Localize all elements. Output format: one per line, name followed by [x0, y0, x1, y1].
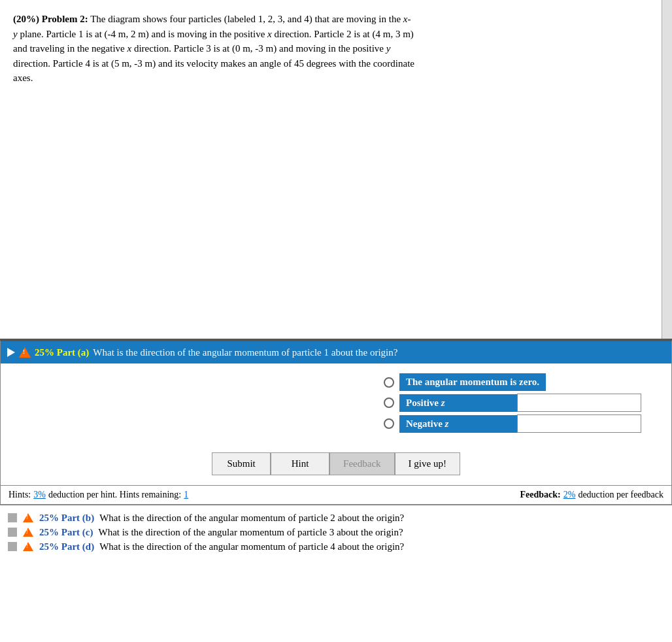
- hints-remaining-link[interactable]: 1: [184, 490, 188, 500]
- buttons-row: Submit Hint Feedback I give up!: [1, 439, 671, 485]
- give-up-button[interactable]: I give up!: [395, 452, 460, 475]
- problem-header: (20%) Problem 2:: [13, 14, 88, 24]
- hints-row: Hints: 3% deduction per hint. Hints rema…: [1, 485, 671, 505]
- part-b-warning-icon: !: [22, 512, 34, 524]
- problem-text-line1: The diagram shows four particles (labele…: [90, 14, 411, 24]
- choice-zero-radio[interactable]: [384, 377, 394, 388]
- feedback-label: Feedback:: [520, 490, 561, 499]
- part-a-label: 25% Part (a): [35, 347, 89, 358]
- part-b-label[interactable]: 25% Part (b): [39, 513, 94, 524]
- part-b-icon: [8, 513, 17, 522]
- choice-pos-extra: [517, 394, 641, 412]
- choice-pos-box: Positive z: [399, 394, 641, 412]
- part-d-label[interactable]: 25% Part (d): [39, 541, 94, 552]
- hints-left: Hints: 3% deduction per hint. Hints rema…: [8, 490, 188, 500]
- play-icon[interactable]: [7, 348, 15, 357]
- hint-deduction-label: deduction per hint. Hints remaining:: [48, 490, 181, 500]
- part-d-warning-icon: !: [22, 541, 34, 552]
- other-parts: ! 25% Part (b) What is the direction of …: [0, 505, 672, 559]
- hint-button[interactable]: Hint: [271, 452, 329, 475]
- part-b-row: ! 25% Part (b) What is the direction of …: [8, 511, 664, 525]
- hints-right: Feedback: 2% deduction per feedback: [520, 490, 664, 500]
- part-c-label[interactable]: 25% Part (c): [39, 527, 93, 538]
- hints-label: Hints:: [8, 490, 31, 500]
- part-a-section: 25% Part (a) What is the direction of th…: [0, 340, 672, 505]
- choice-neg-box: Negative z: [399, 414, 641, 433]
- choice-zero-box: The angular momentum is zero.: [399, 373, 641, 391]
- problem-statement: (20%) Problem 2: The diagram shows four …: [0, 0, 672, 340]
- part-c-icon: [8, 528, 17, 537]
- choice-neg-extra: [517, 414, 641, 433]
- hint-deduction-link[interactable]: 3%: [33, 490, 46, 500]
- choice-neg-radio[interactable]: [384, 418, 394, 429]
- feedback-deduction-link[interactable]: 2%: [563, 490, 576, 500]
- choice-neg-label[interactable]: Negative z: [399, 415, 517, 433]
- problem-text-line4: direction. Particle 4 is at (5 m, -3 m) …: [13, 56, 654, 71]
- part-d-icon: [8, 542, 17, 551]
- problem-text: (20%) Problem 2: The diagram shows four …: [13, 12, 654, 86]
- part-b-question: What is the direction of the angular mom…: [99, 513, 404, 524]
- main-container: (20%) Problem 2: The diagram shows four …: [0, 0, 672, 642]
- part-c-row: ! 25% Part (c) What is the direction of …: [8, 525, 664, 539]
- warning-icon: [19, 346, 31, 358]
- choice-pos-row: Positive z: [384, 394, 658, 412]
- choice-zero-label[interactable]: The angular momentum is zero.: [399, 373, 546, 391]
- scrollbar[interactable]: [662, 0, 672, 339]
- choice-pos-label[interactable]: Positive z: [399, 394, 517, 412]
- part-c-warning-icon: !: [22, 526, 34, 538]
- choice-neg-row: Negative z: [384, 414, 658, 433]
- choices-container: The angular momentum is zero. Positive z: [384, 373, 658, 433]
- submit-button[interactable]: Submit: [212, 452, 271, 475]
- feedback-deduction-label: deduction per feedback: [578, 490, 664, 500]
- problem-text-line2: y plane. Particle 1 is at (-4 m, 2 m) an…: [13, 27, 654, 42]
- choice-pos-radio[interactable]: [384, 397, 394, 408]
- answer-area: The angular momentum is zero. Positive z: [1, 363, 671, 439]
- warning-triangle-icon: [19, 347, 31, 358]
- feedback-button[interactable]: Feedback: [329, 452, 394, 475]
- part-a-header-left: 25% Part (a) What is the direction of th…: [7, 346, 397, 358]
- part-d-row: ! 25% Part (d) What is the direction of …: [8, 539, 664, 554]
- problem-text-line5: axes.: [13, 71, 654, 86]
- part-a-header: 25% Part (a) What is the direction of th…: [1, 341, 671, 363]
- problem-text-line3: and traveling in the negative x directio…: [13, 41, 654, 56]
- choice-zero-row: The angular momentum is zero.: [384, 373, 658, 391]
- part-a-question: What is the direction of the angular mom…: [93, 347, 397, 358]
- part-d-question: What is the direction of the angular mom…: [99, 541, 404, 552]
- part-c-question: What is the direction of the angular mom…: [98, 527, 403, 538]
